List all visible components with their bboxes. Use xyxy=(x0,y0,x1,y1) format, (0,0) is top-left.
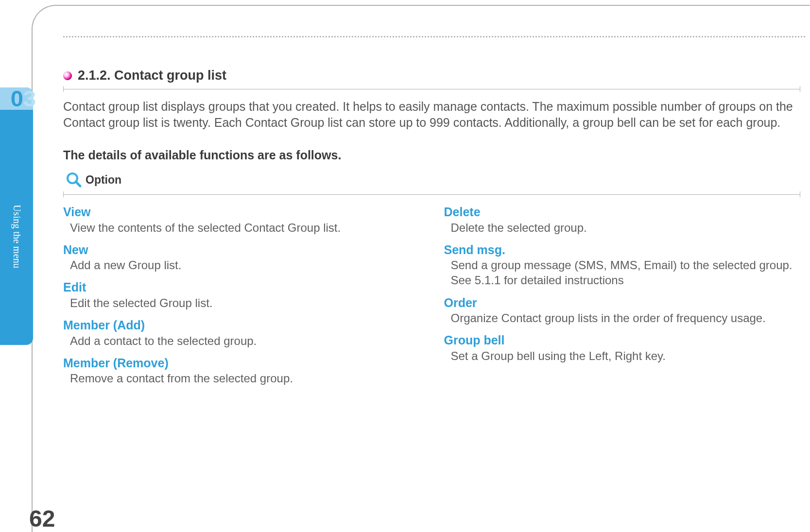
option-description: Delete the selected group. xyxy=(444,220,801,235)
option-underline xyxy=(63,191,800,197)
option-title: Order xyxy=(444,295,801,311)
option-item: New Add a new Group list. xyxy=(63,242,420,273)
option-item: Group bell Set a Group bell using the Le… xyxy=(444,332,801,363)
section-intro: Contact group list displays groups that … xyxy=(63,99,800,131)
option-item: Edit Edit the selected Group list. xyxy=(63,279,420,310)
magnifier-icon xyxy=(65,171,83,189)
section-heading: 2.1.2. Contact group list xyxy=(78,68,226,83)
option-title: Edit xyxy=(63,279,420,295)
chapter-number: 03 xyxy=(0,87,36,110)
options-columns: View View the contents of the selected C… xyxy=(63,204,800,393)
option-description: View the contents of the selected Contac… xyxy=(63,220,420,235)
bullet-icon xyxy=(63,71,72,80)
option-title: Member (Remove) xyxy=(63,355,420,371)
page-number: 62 xyxy=(29,505,55,532)
option-item: Member (Add) Add a contact to the select… xyxy=(63,317,420,348)
option-header: Option xyxy=(63,171,800,189)
option-description: Set a Group bell using the Left, Right k… xyxy=(444,348,801,363)
option-title: Group bell xyxy=(444,332,801,348)
option-title: Delete xyxy=(444,204,801,220)
option-item: Delete Delete the selected group. xyxy=(444,204,801,235)
option-title: New xyxy=(63,242,420,258)
option-item: Member (Remove) Remove a contact from th… xyxy=(63,355,420,386)
option-description: Edit the selected Group list. xyxy=(63,295,420,310)
heading-underline xyxy=(63,86,800,92)
options-column-left: View View the contents of the selected C… xyxy=(63,204,420,393)
chapter-number-digit-1: 0 xyxy=(11,86,23,111)
options-column-right: Delete Delete the selected group. Send m… xyxy=(444,204,801,393)
option-title: Send msg. xyxy=(444,242,801,258)
option-title: Member (Add) xyxy=(63,317,420,333)
option-item: Send msg. Send a group message (SMS, MMS… xyxy=(444,242,801,288)
option-label: Option xyxy=(86,173,121,187)
chapter-number-digit-2: 3 xyxy=(23,86,36,111)
option-item: View View the contents of the selected C… xyxy=(63,204,420,235)
option-item: Order Organize Contact group lists in th… xyxy=(444,295,801,326)
chapter-label: Using the menu xyxy=(11,205,22,269)
svg-line-1 xyxy=(76,182,80,186)
option-description: Add a new Group list. xyxy=(63,257,420,273)
section-heading-row: 2.1.2. Contact group list xyxy=(63,68,800,83)
chapter-tab: 03 Using the menu xyxy=(0,87,33,345)
option-description: Remove a contact from the selected group… xyxy=(63,371,420,386)
details-subheading: The details of available functions are a… xyxy=(63,148,800,162)
option-description: Send a group message (SMS, MMS, Email) t… xyxy=(444,257,801,288)
dotted-divider xyxy=(63,36,805,37)
content-area: 2.1.2. Contact group list Contact group … xyxy=(63,68,800,503)
option-description: Organize Contact group lists in the orde… xyxy=(444,310,801,326)
option-description: Add a contact to the selected group. xyxy=(63,333,420,348)
option-title: View xyxy=(63,204,420,220)
